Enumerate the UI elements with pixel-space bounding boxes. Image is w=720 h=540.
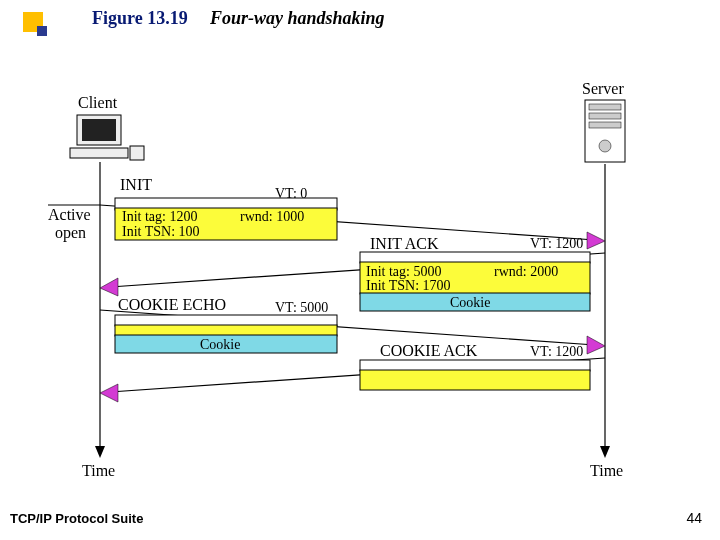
m2-init-tsn: Init TSN: 1700: [366, 278, 451, 293]
server-label: Server: [582, 80, 624, 97]
figure-title: Four-way handshaking: [210, 8, 385, 29]
m2-vt: VT: 1200: [530, 236, 583, 251]
client-icon: [70, 115, 144, 160]
svg-marker-12: [600, 446, 610, 458]
svg-rect-20: [360, 252, 590, 263]
svg-rect-25: [115, 315, 337, 326]
svg-rect-31: [360, 370, 590, 390]
svg-rect-2: [70, 148, 128, 158]
svg-marker-15: [587, 232, 605, 249]
svg-rect-30: [360, 360, 590, 371]
svg-rect-1: [82, 119, 116, 141]
m3-cookie: Cookie: [200, 337, 240, 352]
m4-vt: VT: 1200: [530, 344, 583, 359]
m3-vt: VT: 5000: [275, 300, 328, 315]
svg-rect-6: [589, 113, 621, 119]
footer: TCP/IP Protocol Suite: [10, 511, 143, 526]
m1-rwnd: rwnd: 1000: [240, 209, 304, 224]
svg-rect-5: [589, 104, 621, 110]
time-right: Time: [590, 462, 623, 479]
m4-name: COOKIE ACK: [380, 342, 478, 359]
m2-name: INIT ACK: [370, 235, 439, 252]
m1-name: INIT: [120, 176, 152, 193]
svg-marker-24: [587, 336, 605, 354]
diagram: Client Server Time Time Active open INIT…: [0, 60, 720, 530]
svg-rect-3: [130, 146, 144, 160]
active-open-label: Active open: [48, 206, 95, 242]
client-label: Client: [78, 94, 118, 111]
svg-rect-26: [115, 325, 337, 336]
figure-number: Figure 13.19: [92, 8, 188, 29]
svg-rect-7: [589, 122, 621, 128]
svg-point-8: [599, 140, 611, 152]
svg-marker-10: [95, 446, 105, 458]
m2-cookie: Cookie: [450, 295, 490, 310]
m1-init-tsn: Init TSN: 100: [122, 224, 200, 239]
server-icon: [585, 100, 625, 162]
page-number: 44: [686, 510, 702, 526]
m3-name: COOKIE ECHO: [118, 296, 226, 313]
m2-rwnd: rwnd: 2000: [494, 264, 558, 279]
m2-init-tag: Init tag: 5000: [366, 264, 441, 279]
bullet-icon: [23, 12, 57, 46]
time-left: Time: [82, 462, 115, 479]
svg-marker-19: [100, 278, 118, 296]
m1-init-tag: Init tag: 1200: [122, 209, 197, 224]
svg-marker-29: [100, 384, 118, 402]
